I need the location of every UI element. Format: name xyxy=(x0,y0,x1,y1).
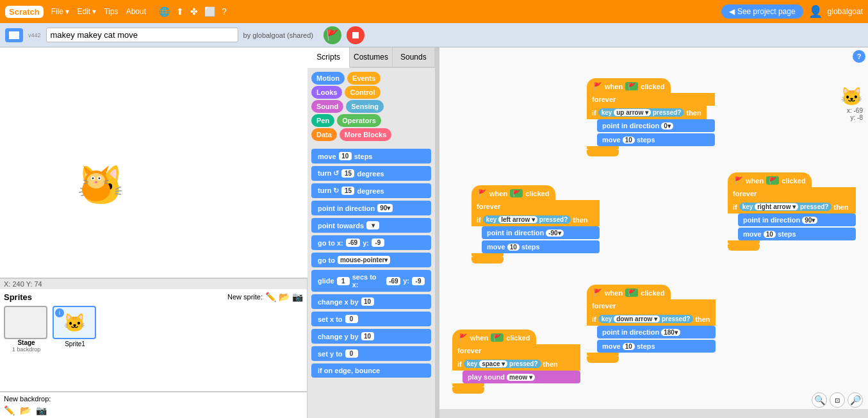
cat-operators[interactable]: Operators xyxy=(337,114,381,127)
block-glide[interactable]: glide 1 secs to x: -69 y: -9 xyxy=(311,270,431,292)
point-direction-up[interactable]: point in direction 0▾ xyxy=(597,119,715,132)
stage-item-sublabel: 1 backdrop xyxy=(4,346,49,353)
cat-data[interactable]: Data xyxy=(311,128,337,141)
forever-space[interactable]: forever xyxy=(452,344,580,357)
hat-right[interactable]: 🚩 when 🚩 clicked xyxy=(728,172,812,187)
nav-edit[interactable]: Edit ▾ xyxy=(74,6,99,17)
help-icon[interactable]: ? xyxy=(222,6,227,17)
if-space-block[interactable]: if key space ▾ pressed? then xyxy=(452,357,580,371)
nav-tips[interactable]: Tips xyxy=(101,6,120,17)
scripts-area: Scripts Costumes Sounds Motion Events Lo… xyxy=(307,47,868,418)
svg-point-4 xyxy=(87,173,105,188)
zoom-out-button[interactable]: 🔎 xyxy=(848,392,863,408)
block-palette: Scripts Costumes Sounds Motion Events Lo… xyxy=(307,47,436,418)
stage-size-button[interactable] xyxy=(5,28,23,42)
sprites-title: Sprites xyxy=(4,292,32,302)
block-point-direction[interactable]: point in direction 90▾ xyxy=(311,201,431,215)
block-set-x[interactable]: set x to 0 xyxy=(311,312,431,326)
block-edge-bounce[interactable]: if on edge, bounce xyxy=(311,364,431,378)
svg-point-8 xyxy=(99,178,101,180)
if-down-block[interactable]: if key down arrow ▾ pressed? then xyxy=(587,312,716,326)
stage-item[interactable]: Stage 1 backdrop xyxy=(4,306,49,353)
see-project-button[interactable]: ◀ See project page xyxy=(721,4,803,19)
move-left[interactable]: move 10 steps xyxy=(482,240,600,253)
cat-events[interactable]: Events xyxy=(347,72,381,85)
if-up-block[interactable]: if key up arrow ▾ pressed? then xyxy=(587,106,707,119)
if-left-block[interactable]: if key left arrow ▾ pressed? then xyxy=(471,213,600,226)
forever-down[interactable]: forever xyxy=(587,299,716,312)
cat-sound[interactable]: Sound xyxy=(311,100,343,113)
sprite-list: Stage 1 backdrop i 🐱 Sprite1 xyxy=(4,306,303,353)
zoom-reset-button[interactable]: ⊡ xyxy=(830,392,845,408)
globe-icon[interactable]: 🌐 xyxy=(159,6,170,17)
hat-left[interactable]: 🚩 when 🚩 clicked xyxy=(471,185,555,200)
cat-control[interactable]: Control xyxy=(345,86,380,99)
sprite-item[interactable]: i 🐱 Sprite1 xyxy=(53,306,97,353)
move-up[interactable]: move 10 steps xyxy=(597,133,715,146)
svg-point-9 xyxy=(95,181,97,183)
upload-icon[interactable]: ⬆ xyxy=(176,6,184,17)
backdrop-camera-icon[interactable]: 📷 xyxy=(36,405,47,415)
topbar: Scratch File ▾ Edit ▾ Tips About 🌐 ⬆ ✤ ⬜… xyxy=(0,0,868,23)
forever-right[interactable]: forever xyxy=(728,187,856,200)
stage-area: 🐱 xyxy=(0,47,307,418)
block-point-towards[interactable]: point towards ▾ xyxy=(311,218,431,233)
svg-point-7 xyxy=(92,178,94,180)
stop-button[interactable]: ⏹ xyxy=(347,26,364,44)
block-goto-target[interactable]: go to mouse-pointer▾ xyxy=(311,253,431,267)
scripting-canvas[interactable]: ? 🐱 x: -69y: -8 🚩 when 🚩 clicked forever xyxy=(439,47,868,418)
move-down[interactable]: move 10 steps xyxy=(597,340,716,353)
editor-tabs: Scripts Costumes Sounds xyxy=(307,47,435,68)
point-direction-right[interactable]: point in direction 90▾ xyxy=(738,213,856,226)
block-set-y[interactable]: set y to 0 xyxy=(311,346,431,361)
username[interactable]: globalgoat xyxy=(828,7,863,16)
hat-down[interactable]: 🚩 when 🚩 clicked xyxy=(587,285,671,299)
mini-cat-coords: x: -69y: -8 xyxy=(840,107,863,121)
zoom-in-button[interactable]: 🔍 xyxy=(812,392,827,408)
backdrop-upload-icon[interactable]: 📂 xyxy=(20,405,31,415)
play-sound-meow[interactable]: play sound meow ▾ xyxy=(463,371,580,383)
horizontal-scrollbar[interactable] xyxy=(439,409,868,418)
new-sprite-paint-icon[interactable]: ✏️ xyxy=(265,292,276,302)
forever-block-up[interactable]: forever xyxy=(587,93,715,106)
stage-canvas[interactable]: 🐱 xyxy=(0,47,307,278)
hat-block[interactable]: 🚩 when 🚩 clicked xyxy=(587,78,671,93)
block-change-y[interactable]: change y by 10 xyxy=(311,329,431,344)
author-label: by globalgoat (shared) xyxy=(243,31,313,39)
hat-space[interactable]: 🚩 when 🚩 clicked xyxy=(452,330,536,344)
cat-pen[interactable]: Pen xyxy=(311,114,334,127)
block-turn-ccw[interactable]: turn ↺ 15 degrees xyxy=(311,166,431,181)
cat-looks[interactable]: Looks xyxy=(311,86,342,99)
tab-sounds[interactable]: Sounds xyxy=(393,47,435,67)
if-right-block[interactable]: if key right arrow ▾ pressed? then xyxy=(728,200,856,213)
version-badge: v442 xyxy=(28,32,41,38)
sprite-name: Sprite1 xyxy=(53,340,97,347)
move-right[interactable]: move 10 steps xyxy=(738,228,856,240)
new-sprite-upload-icon[interactable]: 📂 xyxy=(279,292,290,302)
project-title-input[interactable] xyxy=(46,28,238,42)
expand-icon[interactable]: ✤ xyxy=(190,6,198,17)
nav-about[interactable]: About xyxy=(124,6,149,17)
block-turn-cw[interactable]: turn ↻ 15 degrees xyxy=(311,183,431,198)
sprite-info-icon[interactable]: i xyxy=(55,308,64,317)
cat-more-blocks[interactable]: More Blocks xyxy=(340,128,391,141)
block-goto-xy[interactable]: go to x: -69 y: -9 xyxy=(311,235,431,250)
sprite-thumbnail: i 🐱 xyxy=(53,306,96,339)
new-sprite-camera-icon[interactable]: 📷 xyxy=(292,292,303,302)
point-direction-left[interactable]: point in direction -90▾ xyxy=(482,226,600,239)
cat-sensing[interactable]: Sensing xyxy=(346,100,384,113)
backdrop-paint-icon[interactable]: ✏️ xyxy=(4,405,15,415)
tab-scripts[interactable]: Scripts xyxy=(307,47,350,68)
scratch-logo[interactable]: Scratch xyxy=(5,6,44,18)
tab-costumes[interactable]: Costumes xyxy=(350,47,392,67)
fullscreen-icon[interactable]: ⬜ xyxy=(204,6,215,17)
point-direction-down[interactable]: point in direction 180▾ xyxy=(597,326,716,339)
block-move[interactable]: move 10 steps xyxy=(311,149,431,163)
cat-motion[interactable]: Motion xyxy=(311,72,345,85)
block-change-x[interactable]: change x by 10 xyxy=(311,294,431,309)
forever-left[interactable]: forever xyxy=(471,200,600,213)
help-button[interactable]: ? xyxy=(853,50,865,63)
new-sprite-section: New sprite: ✏️ 📂 📷 xyxy=(227,292,303,302)
nav-file[interactable]: File ▾ xyxy=(49,6,72,17)
flag-button[interactable]: 🚩 xyxy=(323,26,341,44)
